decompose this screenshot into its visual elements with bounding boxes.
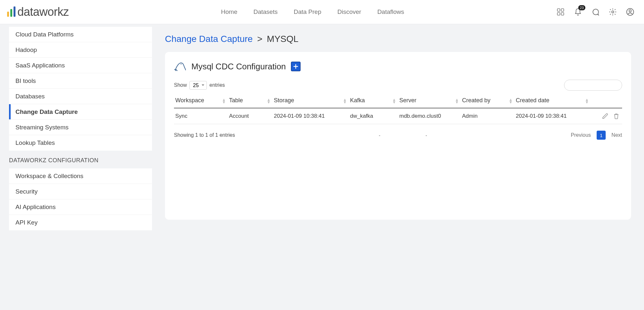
add-config-button[interactable] xyxy=(291,62,301,71)
cell-created-by: Admin xyxy=(461,108,514,124)
pagination: Previous 1 Next xyxy=(571,131,622,140)
page-number[interactable]: 1 xyxy=(597,131,606,140)
svg-rect-1 xyxy=(10,9,12,17)
svg-rect-2 xyxy=(14,6,15,17)
sort-icon[interactable]: ▲▼ xyxy=(455,98,459,104)
sidebar-item-label: Databases xyxy=(15,93,45,100)
sidebar-item-saas-applications[interactable]: SaaS Applications xyxy=(9,58,152,73)
sidebar-item-label: Change Data Capture xyxy=(15,108,78,115)
brand-logo[interactable]: dataworkz xyxy=(6,5,69,19)
col-created-by[interactable]: Created by xyxy=(462,97,490,104)
plus-icon xyxy=(293,64,298,69)
edit-button[interactable] xyxy=(602,113,609,119)
col-table[interactable]: Table xyxy=(229,97,243,104)
nav-data-prep[interactable]: Data Prep xyxy=(294,8,322,15)
sidebar-item-lookup-tables[interactable]: Lookup Tables xyxy=(9,135,152,151)
pencil-icon xyxy=(602,113,609,119)
breadcrumb-current: MYSQL xyxy=(267,34,298,44)
table-row: Sync Account 2024-01-09 10:38:41 dw_kafk… xyxy=(174,108,622,124)
sidebar-item-hadoop[interactable]: Hadoop xyxy=(9,42,152,58)
sidebar-item-label: Hadoop xyxy=(15,46,37,54)
svg-rect-3 xyxy=(557,9,560,11)
sidebar-item-label: Streaming Systems xyxy=(15,124,69,131)
card-title-row: Mysql CDC Configuration xyxy=(174,61,622,72)
sidebar-item-label: API Key xyxy=(15,219,38,226)
next-button[interactable]: Next xyxy=(611,132,622,138)
sidebar-item-label: Workspace & Collections xyxy=(15,173,83,180)
sidebar-item-cloud-data-platforms[interactable]: Cloud Data Platforms xyxy=(9,27,152,42)
table-controls: Show 25 entries xyxy=(174,80,622,91)
header: dataworkz Home Datasets Data Prep Discov… xyxy=(0,0,644,24)
col-kafka[interactable]: Kafka xyxy=(350,97,365,104)
breadcrumb-sep: > xyxy=(257,34,262,44)
sidebar-item-label: Cloud Data Platforms xyxy=(15,31,74,38)
svg-rect-6 xyxy=(561,13,564,15)
header-icons: 23 xyxy=(556,8,634,16)
logo-icon xyxy=(6,6,16,18)
svg-rect-4 xyxy=(561,9,564,11)
card-title: Mysql CDC Configuration xyxy=(191,62,286,72)
top-nav: Home Datasets Data Prep Discover Dataflo… xyxy=(221,8,404,15)
bell-icon[interactable]: 23 xyxy=(574,8,582,16)
footer-dashes: -- xyxy=(235,133,571,138)
sidebar-item-label: SaaS Applications xyxy=(15,62,65,69)
notification-badge: 23 xyxy=(578,5,585,10)
config-card: Mysql CDC Configuration Show 25 entries xyxy=(165,52,631,220)
gear-icon[interactable] xyxy=(609,8,617,16)
sidebar-item-ai-applications[interactable]: AI Applications xyxy=(9,199,152,215)
sort-icon[interactable]: ▲▼ xyxy=(343,98,347,104)
cell-created-date: 2024-01-09 10:38:41 xyxy=(514,108,591,124)
cell-storage: 2024-01-09 10:38:41 xyxy=(273,108,349,124)
cell-server: mdb.demo.clust0 xyxy=(398,108,461,124)
sidebar-item-label: Lookup Tables xyxy=(15,139,55,146)
user-icon[interactable] xyxy=(626,8,634,16)
main: Cloud Data Platforms Hadoop SaaS Applica… xyxy=(0,24,644,233)
svg-point-10 xyxy=(181,64,181,65)
col-server[interactable]: Server xyxy=(399,97,416,104)
breadcrumb: Change Data Capture > MYSQL xyxy=(165,34,631,44)
sidebar-item-label: Security xyxy=(15,188,38,195)
cell-table: Account xyxy=(228,108,273,124)
col-storage[interactable]: Storage xyxy=(274,97,294,104)
show-label-post: entries xyxy=(209,82,225,88)
nav-datasets[interactable]: Datasets xyxy=(254,8,278,15)
mysql-icon xyxy=(174,61,186,72)
nav-dataflows[interactable]: Dataflows xyxy=(377,8,404,15)
delete-button[interactable] xyxy=(613,113,620,119)
sidebar-item-workspace-collections[interactable]: Workspace & Collections xyxy=(9,168,152,184)
entries-select[interactable]: 25 xyxy=(189,81,207,90)
sidebar-item-bi-tools[interactable]: BI tools xyxy=(9,73,152,89)
sidebar-item-api-key[interactable]: API Key xyxy=(9,215,152,230)
col-workspace[interactable]: Workspace xyxy=(175,97,204,104)
nav-home[interactable]: Home xyxy=(221,8,237,15)
entries-selector: Show 25 entries xyxy=(174,81,225,90)
apps-icon[interactable] xyxy=(556,8,565,16)
svg-point-7 xyxy=(612,11,614,13)
sidebar-section-title: DATAWORKZ CONFIGURATION xyxy=(0,151,152,168)
sort-icon[interactable]: ▲▼ xyxy=(509,98,513,104)
cell-kafka: dw_kafka xyxy=(349,108,398,124)
sort-icon[interactable]: ▲▼ xyxy=(585,98,589,104)
svg-rect-0 xyxy=(7,12,9,17)
sidebar-item-databases[interactable]: Databases xyxy=(9,89,152,104)
show-label-pre: Show xyxy=(174,82,187,88)
prev-button[interactable]: Previous xyxy=(571,132,591,138)
nav-discover[interactable]: Discover xyxy=(337,8,361,15)
col-created-date[interactable]: Created date xyxy=(516,97,549,104)
sidebar-item-change-data-capture[interactable]: Change Data Capture xyxy=(9,104,152,120)
sort-icon[interactable]: ▲▼ xyxy=(392,98,396,104)
sort-icon[interactable]: ▲▼ xyxy=(267,98,271,104)
svg-rect-5 xyxy=(557,13,560,15)
search-input[interactable] xyxy=(564,80,622,91)
sidebar-item-security[interactable]: Security xyxy=(9,184,152,199)
sidebar-group-connectors: Cloud Data Platforms Hadoop SaaS Applica… xyxy=(9,27,152,151)
breadcrumb-root[interactable]: Change Data Capture xyxy=(165,34,253,44)
sort-icon[interactable]: ▲▼ xyxy=(222,98,226,104)
chat-icon[interactable] xyxy=(591,8,600,16)
config-table: Workspace▲▼ Table▲▼ Storage▲▼ Kafka▲▼ Se… xyxy=(174,94,622,124)
content: Change Data Capture > MYSQL Mysql CDC Co… xyxy=(152,24,644,233)
sidebar-item-label: BI tools xyxy=(15,77,36,85)
sidebar: Cloud Data Platforms Hadoop SaaS Applica… xyxy=(0,24,152,233)
table-footer: Showing 1 to 1 of 1 entries -- Previous … xyxy=(174,131,622,140)
sidebar-item-streaming-systems[interactable]: Streaming Systems xyxy=(9,120,152,135)
